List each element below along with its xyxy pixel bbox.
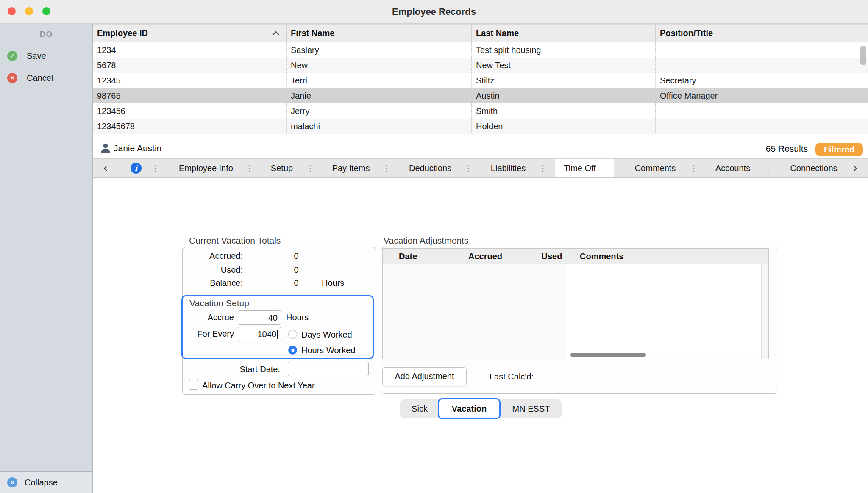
accrue-label: Accrue [183,313,234,322]
accrued-label: Accrued: [187,251,243,260]
adjustments-table: Date Accrued Used Comments [382,248,769,359]
info-icon[interactable]: i [131,163,142,174]
table-row[interactable]: 1234 Saslary Test split housing [93,42,868,58]
filtered-badge[interactable]: Filtered [815,143,863,156]
tab-separator-icon: ⋮ [382,159,387,177]
cell-employee-id: 5678 [93,58,287,73]
cell-position-title [656,42,868,58]
cell-employee-id: 12345678 [93,119,287,134]
tab-pay-items[interactable]: Pay Items [332,159,370,177]
adjustments-comments-panel [567,264,768,359]
carry-over-checkbox[interactable] [189,380,198,390]
tab-connections[interactable]: Connections [790,159,837,177]
adjustments-box-title: Vacation Adjustments [384,235,468,246]
balance-unit-label: Hours [322,278,344,288]
table-row-selected[interactable]: 98765 Janie Austin Office Manager [93,88,868,103]
cell-last-name: New Test [472,58,656,73]
adj-column-comments: Comments [580,249,623,264]
column-header-last-name[interactable]: Last Name [472,25,656,42]
cell-last-name: Stiltz [472,73,656,88]
hours-worked-radio[interactable] [288,346,297,355]
balance-value: 0 [292,278,300,288]
column-header-employee-id[interactable]: Employee ID [93,25,287,42]
window-title: Employee Records [0,0,868,24]
cell-first-name: Jerry [287,103,472,119]
tab-time-off[interactable]: Time Off [564,159,596,177]
cell-employee-id: 12345 [93,73,287,88]
cell-last-name: Test split housing [472,42,656,58]
table-scrollbar[interactable] [860,46,866,65]
cell-employee-id: 123456 [93,103,287,119]
tabs-scroll-left-button[interactable]: ‹ [100,159,111,177]
tab-setup[interactable]: Setup [271,159,293,177]
cancel-button-label: Cancel [27,73,53,83]
cell-first-name: Terri [287,73,472,88]
totals-box-title: Current Vacation Totals [189,235,281,246]
employee-table: Employee ID First Name Last Name Positio… [93,24,868,134]
add-adjustment-button[interactable]: Add Adjustment [382,367,467,386]
tabs-scroll-right-button[interactable]: › [850,159,861,177]
column-header-position-title-label: Position/Title [660,28,713,38]
used-label: Used: [187,265,243,274]
cell-position-title: Secretary [656,73,868,88]
cell-position-title: Office Manager [656,88,868,103]
table-row[interactable]: 5678 New New Test [93,58,868,73]
title-bar: Employee Records [0,0,868,24]
record-bar: Janie Austin 65 Results Filtered [93,134,868,158]
collapse-button-label: Collapse [25,477,58,487]
comments-horizontal-scrollbar[interactable] [570,353,646,357]
subtab-mn-esst[interactable]: MN ESST [501,399,562,418]
days-worked-radio[interactable] [288,330,297,339]
tab-separator-icon: ⋮ [464,159,469,177]
tab-separator-icon: ⋮ [539,159,544,177]
tab-separator-icon: ⋮ [306,159,311,177]
hours-worked-label: Hours Worked [301,346,355,355]
tab-separator-icon: ⋮ [764,159,769,177]
cancel-x-icon: ✕ [7,73,17,83]
subtab-sick[interactable]: Sick [400,399,439,418]
tab-accounts[interactable]: Accounts [715,159,750,177]
save-check-icon: ✓ [7,51,17,61]
cell-first-name: Saslary [287,42,472,58]
sidebar-header: DO [0,30,92,39]
text-cursor [277,330,278,339]
start-date-input[interactable] [288,362,369,376]
column-header-first-name[interactable]: First Name [287,25,472,42]
collapse-button[interactable]: « Collapse [0,471,93,493]
carry-over-label: Allow Carry Over to Next Year [202,381,315,390]
results-count: 65 Results [766,143,808,154]
tab-separator-icon: ⋮ [245,159,250,177]
adj-column-date: Date [399,249,417,264]
tab-liabilities[interactable]: Liabilities [491,159,526,177]
column-header-position-title[interactable]: Position/Title [656,25,868,42]
table-row[interactable]: 123456 Jerry Smith [93,103,868,119]
tab-comments[interactable]: Comments [635,159,676,177]
column-header-employee-id-label: Employee ID [97,28,148,38]
vacation-adjustments-box: Date Accrued Used Comments Add Adjustmen… [381,247,778,394]
collapse-icon: « [7,477,17,487]
person-icon [100,142,111,156]
table-row[interactable]: 12345 Terri Stiltz Secretary [93,73,868,88]
accrue-input-value: 40 [268,313,278,323]
for-every-input[interactable]: 1040 [238,327,281,341]
cell-first-name: malachi [287,119,472,134]
table-row[interactable]: 12345678 malachi Holden [93,119,868,134]
tab-deductions[interactable]: Deductions [409,159,451,177]
employee-table-header: Employee ID First Name Last Name Positio… [93,24,868,42]
comments-vertical-scrollbar[interactable] [761,264,768,359]
vacation-setup-title: Vacation Setup [189,298,249,308]
accrue-input[interactable]: 40 [238,310,281,325]
tab-separator-icon: ⋮ [151,159,156,177]
subtab-vacation[interactable]: Vacation [438,398,501,419]
column-header-first-name-label: First Name [291,28,334,38]
record-tab-bar: ‹ i ⋮ Employee Info ⋮ Setup ⋮ Pay Items … [93,158,868,178]
tab-separator-icon: ⋮ [690,159,695,177]
adj-column-accrued: Accrued [464,249,506,264]
sidebar: DO ✓ Save ✕ Cancel [0,24,93,493]
balance-label: Balance: [187,278,243,288]
start-date-label: Start Date: [212,365,280,374]
cell-position-title [656,58,868,73]
cell-employee-id: 98765 [93,88,287,103]
accrued-value: 0 [292,251,300,260]
tab-employee-info[interactable]: Employee Info [179,159,233,177]
